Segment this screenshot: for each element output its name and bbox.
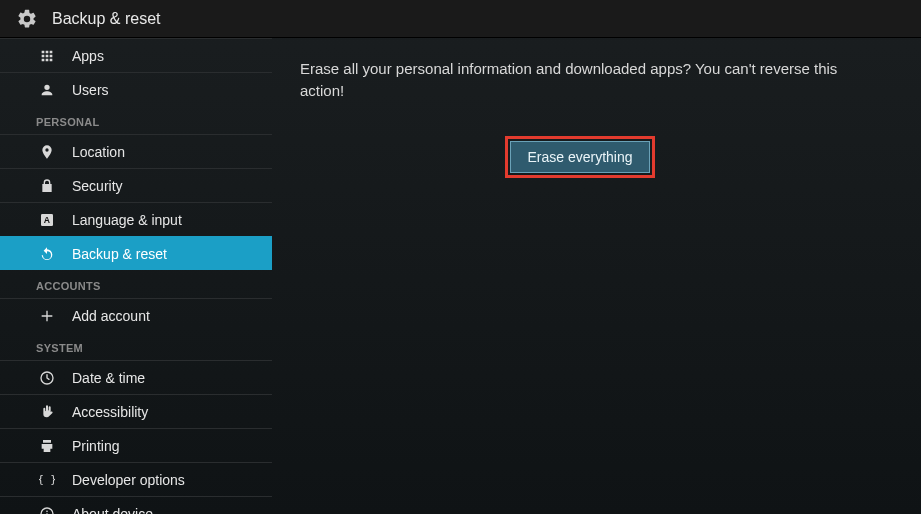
- location-icon: [36, 144, 58, 160]
- section-header-system: SYSTEM: [0, 332, 272, 360]
- sidebar-item-add-account[interactable]: Add account: [0, 298, 272, 332]
- page-title: Backup & reset: [52, 10, 161, 28]
- sidebar-item-printing[interactable]: Printing: [0, 428, 272, 462]
- sidebar-item-label: Location: [72, 144, 125, 160]
- settings-icon: [16, 8, 38, 30]
- apps-icon: [36, 48, 58, 64]
- sidebar-item-location[interactable]: Location: [0, 134, 272, 168]
- sidebar-item-label: Apps: [72, 48, 104, 64]
- hand-icon: [36, 404, 58, 420]
- erase-everything-button[interactable]: Erase everything: [510, 141, 649, 173]
- sidebar-item-label: Backup & reset: [72, 246, 167, 262]
- sidebar-item-label: Developer options: [72, 472, 185, 488]
- settings-sidebar: Apps Users PERSONAL Location Security A: [0, 38, 272, 514]
- language-icon: A: [36, 212, 58, 228]
- erase-button-container: Erase everything: [300, 136, 860, 178]
- svg-text:A: A: [44, 215, 51, 225]
- sidebar-item-accessibility[interactable]: Accessibility: [0, 394, 272, 428]
- section-header-accounts: ACCOUNTS: [0, 270, 272, 298]
- users-icon: [36, 82, 58, 98]
- section-header-personal: PERSONAL: [0, 106, 272, 134]
- sidebar-item-label: Printing: [72, 438, 119, 454]
- sidebar-item-users[interactable]: Users: [0, 72, 272, 106]
- sidebar-item-apps[interactable]: Apps: [0, 38, 272, 72]
- sidebar-item-security[interactable]: Security: [0, 168, 272, 202]
- plus-icon: [36, 308, 58, 324]
- svg-text:{ }: { }: [39, 473, 55, 486]
- main-panel: Erase all your personal information and …: [272, 38, 921, 514]
- sidebar-item-label: Users: [72, 82, 109, 98]
- sidebar-item-label: About device: [72, 506, 153, 515]
- sidebar-item-label: Accessibility: [72, 404, 148, 420]
- braces-icon: { }: [36, 472, 58, 488]
- content-area: Apps Users PERSONAL Location Security A: [0, 38, 921, 514]
- sidebar-item-label: Security: [72, 178, 123, 194]
- svg-point-5: [46, 510, 48, 512]
- restore-icon: [36, 246, 58, 262]
- app-header: Backup & reset: [0, 0, 921, 38]
- clock-icon: [36, 370, 58, 386]
- sidebar-item-label: Add account: [72, 308, 150, 324]
- sidebar-item-label: Language & input: [72, 212, 182, 228]
- sidebar-item-label: Date & time: [72, 370, 145, 386]
- sidebar-item-developer[interactable]: { } Developer options: [0, 462, 272, 496]
- print-icon: [36, 438, 58, 454]
- sidebar-item-backup-reset[interactable]: Backup & reset: [0, 236, 272, 270]
- warning-text: Erase all your personal information and …: [300, 58, 860, 102]
- sidebar-item-about[interactable]: About device: [0, 496, 272, 514]
- sidebar-item-date-time[interactable]: Date & time: [0, 360, 272, 394]
- highlight-box: Erase everything: [505, 136, 654, 178]
- sidebar-item-language[interactable]: A Language & input: [0, 202, 272, 236]
- info-icon: [36, 506, 58, 515]
- lock-icon: [36, 178, 58, 194]
